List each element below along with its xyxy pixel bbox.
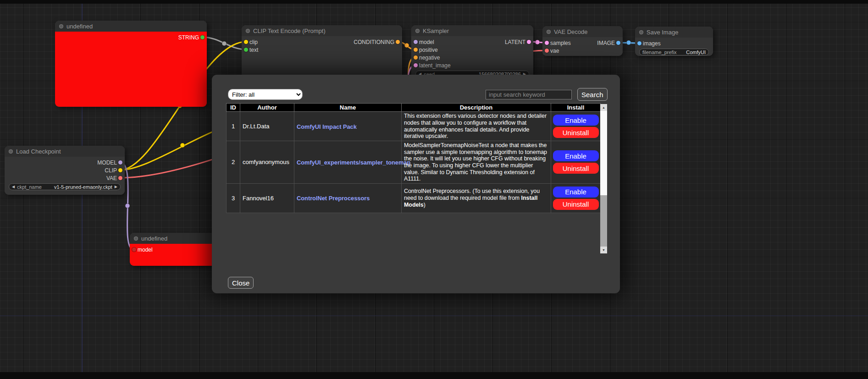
- node-collapse-dot[interactable]: [547, 30, 551, 34]
- link-dot: [180, 143, 185, 148]
- node-collapse-dot[interactable]: [639, 30, 643, 34]
- uninstall-button[interactable]: Uninstall: [553, 163, 599, 174]
- slot-label-model: model: [419, 39, 434, 45]
- install-cell: Enable Uninstall: [551, 183, 601, 213]
- output-dot-string[interactable]: [200, 35, 205, 39]
- input-dot-clip[interactable]: [244, 40, 248, 44]
- node-body: images filename_prefix ComfyUI: [635, 38, 713, 56]
- node-title-bar[interactable]: KSampler: [411, 25, 533, 36]
- extension-id-cell: 2: [227, 141, 240, 184]
- node-collapse-dot[interactable]: [59, 24, 63, 28]
- slot-label-model: model: [138, 247, 153, 253]
- node-title-bar[interactable]: CLIP Text Encode (Prompt): [242, 25, 402, 36]
- node-title-bar[interactable]: Save Image: [635, 27, 713, 38]
- node-title: VAE Decode: [554, 28, 587, 35]
- extension-author-cell: Dr.Lt.Data: [240, 112, 294, 141]
- node-vae-decode[interactable]: VAE Decode samples IMAGE vae: [542, 26, 623, 56]
- slot-row: samples IMAGE: [542, 39, 623, 47]
- filename-prefix-widget[interactable]: filename_prefix ComfyUI: [639, 49, 709, 55]
- slot-row: STRING: [55, 33, 207, 41]
- link-dot: [222, 41, 227, 46]
- slot-label-vae: VAE: [106, 175, 117, 181]
- uninstall-button[interactable]: Uninstall: [553, 199, 599, 210]
- ckpt-name-widget[interactable]: ◀ ckpt_name v1-5-pruned-emaonly.ckpt ▶: [9, 183, 121, 190]
- scroll-down-icon[interactable]: ▼: [600, 247, 607, 253]
- enable-button[interactable]: Enable: [553, 187, 599, 198]
- scrollbar-track[interactable]: [600, 111, 607, 247]
- extension-name-cell: ComfyUI_experiments/sampler_tonemap: [294, 141, 402, 184]
- node-title: Save Image: [647, 29, 678, 36]
- slot-label-negative: negative: [419, 55, 440, 61]
- scrollbar-thumb[interactable]: [600, 111, 607, 195]
- search-input[interactable]: [486, 90, 572, 99]
- widget-value: ComfyUI: [686, 49, 706, 55]
- node-title-bar[interactable]: Load Checkpoint: [5, 146, 125, 157]
- output-dot-model[interactable]: [118, 160, 122, 165]
- slot-label-conditioning: CONDITIONING: [354, 39, 394, 45]
- enable-button[interactable]: Enable: [553, 115, 599, 126]
- slot-row: text: [242, 46, 402, 54]
- input-dot-vae[interactable]: [545, 49, 549, 53]
- node-title: Load Checkpoint: [16, 148, 61, 155]
- node-collapse-dot[interactable]: [246, 29, 250, 33]
- filter-dropdown[interactable]: Filter: all: [228, 89, 303, 100]
- output-dot-latent[interactable]: [527, 40, 531, 44]
- slot-label-positive: positive: [419, 47, 438, 53]
- input-dot-positive[interactable]: [414, 48, 418, 52]
- input-dot-negative[interactable]: [414, 55, 418, 60]
- header-name: Name: [294, 104, 402, 112]
- extension-description-cell: ModelSamplerTonemapNoiseTest a node that…: [402, 141, 551, 184]
- node-title-bar[interactable]: VAE Decode: [542, 26, 623, 37]
- extension-link[interactable]: ComfyUI Impact Pack: [297, 123, 357, 130]
- slot-row: MODEL: [5, 159, 125, 166]
- header-id: ID: [227, 104, 240, 112]
- enable-button[interactable]: Enable: [553, 150, 599, 161]
- table-scrollbar[interactable]: ▲ ▼: [600, 104, 607, 253]
- input-dot-model[interactable]: [132, 247, 136, 252]
- node-collapse-dot[interactable]: [415, 29, 420, 33]
- increment-arrow-icon[interactable]: ▶: [115, 185, 117, 189]
- decrement-arrow-icon[interactable]: ◀: [12, 185, 15, 189]
- extension-table-container: ID Author Name Description Install 1 Dr.…: [226, 103, 607, 254]
- uninstall-button[interactable]: Uninstall: [553, 127, 599, 138]
- node-collapse-dot[interactable]: [9, 149, 13, 154]
- slot-row: images: [635, 39, 713, 47]
- input-dot-latent-image[interactable]: [414, 63, 418, 67]
- output-dot-vae[interactable]: [118, 176, 122, 180]
- scroll-up-icon[interactable]: ▲: [600, 104, 607, 111]
- slot-row: vae: [542, 47, 623, 55]
- widget-value: v1-5-pruned-emaonly.ckpt: [54, 184, 112, 190]
- node-title: KSampler: [423, 27, 449, 34]
- output-dot-image[interactable]: [616, 41, 620, 45]
- node-collapse-dot[interactable]: [134, 236, 138, 241]
- node-undefined-top[interactable]: undefined STRING: [55, 21, 207, 107]
- extension-link[interactable]: ComfyUI_experiments/sampler_tonemap: [297, 159, 410, 166]
- slot-row: clip CONDITIONING: [242, 38, 402, 46]
- search-button[interactable]: Search: [577, 88, 608, 101]
- close-button[interactable]: Close: [228, 277, 254, 289]
- output-dot-conditioning[interactable]: [396, 40, 400, 44]
- input-dot-samples[interactable]: [545, 41, 549, 45]
- slot-row: model LATENT: [411, 38, 533, 46]
- link-dot: [404, 43, 409, 48]
- widget-label: ckpt_name: [17, 184, 42, 190]
- extension-name-cell: ControlNet Preprocessors: [294, 183, 402, 213]
- slot-label-samples: samples: [550, 40, 571, 46]
- input-dot-model[interactable]: [414, 40, 418, 44]
- node-title-bar[interactable]: undefined: [55, 21, 207, 32]
- extension-row: 1 Dr.Lt.Data ComfyUI Impact Pack This ex…: [227, 112, 601, 141]
- header-author: Author: [240, 104, 294, 112]
- node-title: undefined: [66, 23, 93, 30]
- slot-label-model: MODEL: [97, 159, 117, 166]
- output-dot-clip[interactable]: [118, 168, 122, 172]
- extension-link[interactable]: ControlNet Preprocessors: [297, 195, 370, 202]
- header-description: Description: [402, 104, 551, 112]
- node-load-checkpoint[interactable]: Load Checkpoint MODEL CLIP VAE ◀ ckpt_na…: [5, 146, 125, 195]
- input-dot-text[interactable]: [244, 48, 248, 52]
- extension-id-cell: 1: [227, 112, 240, 141]
- slot-label-image: IMAGE: [597, 40, 615, 46]
- node-title: undefined: [141, 235, 167, 242]
- input-dot-images[interactable]: [637, 41, 641, 45]
- node-save-image[interactable]: Save Image images filename_prefix ComfyU…: [635, 27, 713, 56]
- custom-nodes-dialog: Filter: all Search ID Author Name Descri…: [212, 75, 620, 293]
